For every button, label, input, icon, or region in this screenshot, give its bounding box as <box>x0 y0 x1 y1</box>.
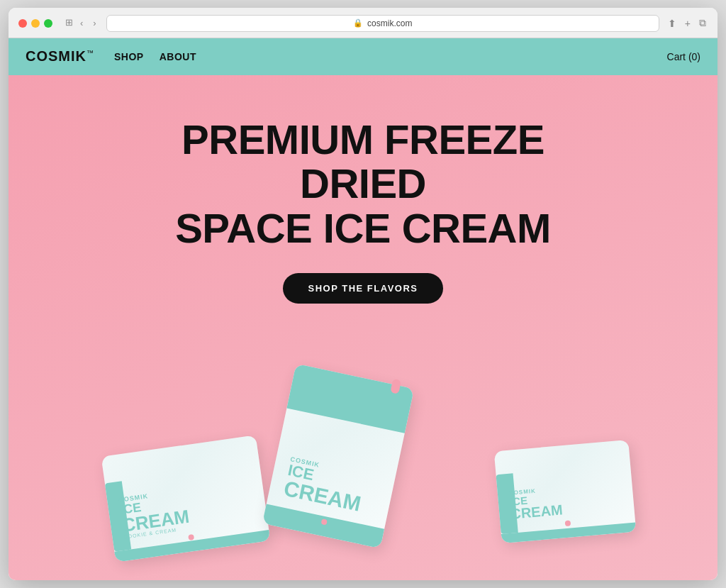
nav-links: SHOP ABOUT <box>114 51 196 62</box>
browser-nav-controls: ⊞ ‹ › <box>64 17 99 29</box>
address-bar[interactable]: 🔒 cosmik.com <box>106 15 659 32</box>
back-button[interactable]: ‹ <box>77 17 86 29</box>
package-left-content: COSMIK ICE CREAM COOKIE & CREAM <box>107 477 267 541</box>
browser-right-controls: ⬆ + ⧉ <box>666 16 708 30</box>
package-center: COSMIK ICE CREAM <box>262 364 414 548</box>
minimize-button[interactable] <box>31 19 40 28</box>
nav-about[interactable]: ABOUT <box>160 51 196 62</box>
site-nav: COSMIK™ SHOP ABOUT Cart (0) <box>9 38 717 75</box>
hero-headline: PREMIUM FREEZE DRIED SPACE ICE CREAM <box>115 118 611 251</box>
packages-container: COSMIK ICE CREAM COOKIE & CREAM COSMIK I… <box>37 339 689 580</box>
cart-button[interactable]: Cart (0) <box>667 51 700 62</box>
window-icon: ⊞ <box>65 17 73 29</box>
traffic-lights <box>18 19 52 28</box>
package-left: COSMIK ICE CREAM COOKIE & CREAM <box>101 436 271 562</box>
maximize-button[interactable] <box>44 19 52 28</box>
forward-button[interactable]: › <box>90 17 99 29</box>
browser-window: ⊞ ‹ › 🔒 cosmik.com ⬆ + ⧉ COSMIK™ SHOP AB… <box>9 8 717 581</box>
duplicate-button[interactable]: ⧉ <box>698 16 708 30</box>
package-right-content: COSMIK ICE CREAM <box>498 479 635 522</box>
close-button[interactable] <box>18 19 27 28</box>
url-text: cosmik.com <box>367 18 412 28</box>
lock-icon: 🔒 <box>353 18 363 28</box>
share-button[interactable]: ⬆ <box>666 16 678 30</box>
package-center-top-stripe <box>286 364 414 433</box>
shop-flavors-button[interactable]: SHOP THE FLAVORS <box>283 273 444 304</box>
package-right-cream: CREAM <box>510 503 564 521</box>
browser-chrome: ⊞ ‹ › 🔒 cosmik.com ⬆ + ⧉ <box>9 8 717 38</box>
hero-section: PREMIUM FREEZE DRIED SPACE ICE CREAM SHO… <box>9 75 717 581</box>
package-right-dot <box>565 521 571 527</box>
package-right: COSMIK ICE CREAM <box>494 440 637 543</box>
site-logo[interactable]: COSMIK™ <box>26 48 94 65</box>
nav-shop[interactable]: SHOP <box>114 51 144 62</box>
new-tab-button[interactable]: + <box>683 16 692 30</box>
